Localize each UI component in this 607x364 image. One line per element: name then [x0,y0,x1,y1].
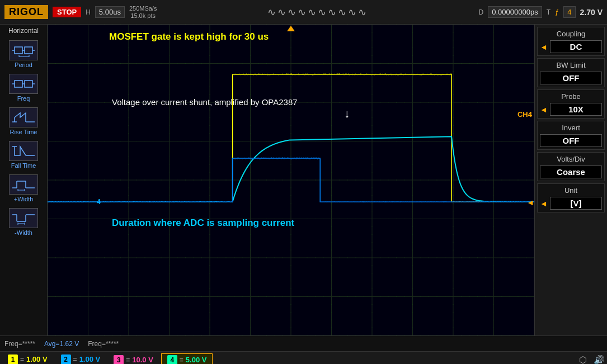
plus-width-icon [9,174,38,195]
minus-width-icon [9,208,38,228]
svg-rect-0 [15,47,22,54]
volts-div-value-row: Coarse [540,166,602,178]
trig-icon: ƒ [555,8,559,16]
coupling-title: Coupling [540,30,602,38]
mosfet-annotation: MOSFET gate is kept high for 30 us [109,31,269,42]
sidebar-item-period[interactable]: Period [8,38,39,70]
ch4-num: 4 [167,355,177,365]
probe-value-row: ◄ 10X [540,103,602,116]
plus-width-label: +Width [14,196,34,202]
d-label: D [479,8,484,16]
minus-width-label: -Width [15,229,32,236]
ch1-num: 1 [8,354,18,365]
probe-title: Probe [540,92,602,101]
sidebar-item-plus-width[interactable]: +Width [8,172,39,205]
oscilloscope-display: MOSFET gate is kept high for 30 us Volta… [48,25,534,335]
right-sidebar: Coupling ◄ DC BW Limit OFF Probe ◄ 10X I… [534,25,607,335]
adc-annotation: Duration where ADC is sampling current [112,218,294,229]
unit-value-row: ◄ [V] [540,197,602,210]
invert-section: Invert OFF [537,121,605,150]
status-bar: Freq=***** Avg=1.62 V Freq=***** [0,335,607,351]
sidebar-title: Horizontal [8,27,39,35]
voltage-display: 2.70 V [580,8,603,17]
period-label: Period [15,62,32,68]
trigger-level-indicator: ◄ [526,198,534,207]
ch2-num: 2 [61,354,71,365]
svg-rect-9 [25,81,32,87]
main-area: Horizontal Period [0,25,607,335]
unit-left-arrow[interactable]: ◄ [540,199,548,208]
sidebar-item-freq[interactable]: Freq [8,72,39,104]
ch3-eq: = [126,356,130,364]
volts-div-title: Volts/Div [540,155,602,163]
invert-value: OFF [540,134,602,147]
opa-arrow: ↓ [344,107,350,120]
ch4-val: 5.00 V [186,356,207,364]
avg-status: Avg=1.62 V [44,340,79,348]
svg-rect-8 [15,81,22,87]
ch2-eq: = [73,356,77,363]
grid-canvas [48,25,534,335]
coupling-section: Coupling ◄ DC [537,27,605,56]
period-icon [9,40,38,60]
channel-bar: 1 = 1.00 V 2 = 1.00 V 3 = 10.0 V 4 = 5.0… [0,351,607,364]
delay-display[interactable]: 0.00000000ps [488,6,542,18]
bw-limit-value-row: OFF [540,72,602,84]
t-label: T [547,8,550,16]
unit-value: [V] [550,197,602,210]
sidebar-item-rise-time[interactable]: Rise Time [8,105,39,138]
volts-div-value: Coarse [540,166,602,178]
ch1-val: 1.00 V [26,355,48,363]
ch3-num: 3 [114,355,124,365]
channel-2[interactable]: 2 = 1.00 V [55,353,106,365]
unit-section: Unit ◄ [V] [537,183,605,212]
probe-section: Probe ◄ 10X [537,89,605,119]
svg-rect-1 [25,47,32,54]
ch2-val: 1.00 V [79,355,101,363]
h-label: H [86,8,91,16]
bw-limit-value: OFF [540,72,602,84]
freq-icon [9,74,38,94]
ch1-eq: = [20,356,24,363]
sample-rate: 250MSa/s [129,5,157,12]
bw-limit-section: BW Limit OFF [537,58,605,87]
channel-4[interactable]: 4 = 5.00 V [161,353,213,365]
usb-icon: ⬡ [579,354,587,364]
channel-3[interactable]: 3 = 10.0 V [108,354,159,365]
trigger-wave-display: ∿∿∿∿∿∿∿∿∿∿ [161,6,474,18]
rise-time-label: Rise Time [10,129,37,135]
freq-label: Freq [17,95,30,102]
probe-left-arrow[interactable]: ◄ [540,105,548,114]
probe-value: 10X [550,103,602,116]
freq2-status: Freq=***** [88,340,119,348]
timebase-display[interactable]: 5.00us [95,6,125,18]
sidebar-item-minus-width[interactable]: -Width [8,206,39,238]
top-bar: RIGOL STOP H 5.00us 250MSa/s 15.0k pts ∿… [0,0,607,25]
fall-time-label: Fall Time [11,162,36,169]
stop-button[interactable]: STOP [53,7,81,17]
unit-title: Unit [540,186,602,195]
ch3-val: 10.0 V [132,356,153,364]
rigol-logo: RIGOL [4,5,48,19]
sidebar-item-fall-time[interactable]: Fall Time [8,139,39,171]
trig-num[interactable]: 4 [563,6,575,18]
opa-annotation: Voltage over current shunt, amplified by… [112,97,298,107]
freq1-status: Freq=***** [4,340,35,348]
bottom-right-icons: ⬡ 🔊 [579,354,605,364]
invert-title: Invert [540,124,602,132]
rise-time-icon [9,107,38,127]
left-sidebar: Horizontal Period [0,25,48,335]
volts-div-section: Volts/Div Coarse [537,152,605,181]
bw-limit-title: BW Limit [540,61,602,69]
coupling-value: DC [550,40,602,53]
pts-display: 15.0k pts [130,12,156,19]
ch4-marker: 4 [97,198,101,206]
invert-value-row: OFF [540,134,602,147]
fall-time-icon [9,141,38,161]
channel-1[interactable]: 1 = 1.00 V [2,353,53,365]
ch4-label: CH4 [517,110,532,119]
coupling-left-arrow[interactable]: ◄ [540,42,548,51]
speaker-icon: 🔊 [594,354,605,364]
ch4-eq: = [180,356,183,364]
coupling-value-row: ◄ DC [540,40,602,53]
